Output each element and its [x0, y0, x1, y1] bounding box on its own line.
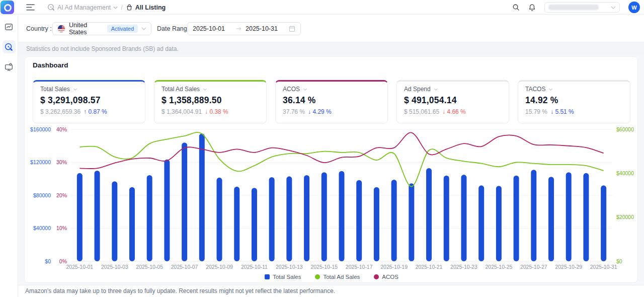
- date-end-input[interactable]: 2025-10-31: [246, 25, 285, 32]
- calendar-icon: [289, 25, 295, 32]
- legend-item-total-ad-sales[interactable]: Total Ad Sales: [315, 274, 360, 280]
- metric-select[interactable]: Ad Spend: [404, 86, 502, 93]
- chart-legend: Total Sales Total Ad Sales ACOS: [25, 274, 638, 280]
- legend-label: Total Ad Sales: [323, 274, 360, 280]
- svg-text:2025-10-15: 2025-10-15: [310, 264, 338, 270]
- stat-prev-value: $ 1,364,004.91: [162, 108, 202, 115]
- analytics-chart-icon: [5, 23, 13, 31]
- svg-text:0%: 0%: [59, 258, 67, 264]
- svg-text:$80000: $80000: [33, 192, 51, 198]
- svg-text:$0: $0: [616, 258, 622, 264]
- svg-text:20%: 20%: [56, 192, 67, 198]
- filter-bar: Country : United States Activated Date R…: [18, 15, 644, 42]
- svg-text:2025-10-09: 2025-10-09: [206, 264, 233, 270]
- legend-marker: [315, 274, 320, 279]
- bag-icon: [126, 4, 133, 11]
- sidebar-item-ai-ad-management[interactable]: [3, 40, 16, 53]
- svg-text:$160000: $160000: [30, 126, 51, 132]
- legend-item-acos[interactable]: ACOS: [374, 274, 398, 280]
- breadcrumb-app[interactable]: AI Ad Management: [47, 4, 118, 11]
- ad-target-icon: [47, 4, 55, 11]
- country-select[interactable]: United States Activated: [52, 22, 151, 35]
- svg-text:2025-10-27: 2025-10-27: [520, 264, 547, 270]
- svg-text:2025-10-07: 2025-10-07: [171, 264, 198, 270]
- sidebar-item-settings[interactable]: [3, 60, 16, 73]
- chevron-down-icon: [203, 88, 207, 91]
- svg-text:2025-10-25: 2025-10-25: [486, 264, 513, 270]
- us-flag-icon: [57, 25, 65, 33]
- sb-data-notice: Statistics do not include Sponsored Bran…: [18, 42, 644, 56]
- svg-text:10%: 10%: [56, 225, 67, 231]
- svg-text:2025-10-23: 2025-10-23: [450, 264, 477, 270]
- svg-text:$120000: $120000: [30, 159, 51, 165]
- chevron-down-icon: [113, 6, 118, 9]
- svg-text:2025-10-03: 2025-10-03: [101, 264, 128, 270]
- dashboard-panel: Dashboard Total Sales $ 3,291,098.57 $ 3…: [24, 56, 638, 283]
- left-sidebar: [0, 15, 18, 297]
- chevron-down-icon: [548, 88, 553, 91]
- stat-title-label: ACOS: [283, 86, 300, 93]
- legend-marker: [265, 274, 270, 279]
- activated-badge: Activated: [107, 25, 138, 33]
- ad-target-icon: [5, 43, 13, 51]
- date-start-input[interactable]: 2025-10-01: [193, 25, 232, 32]
- stat-delta: ↑ 0.87 %: [84, 108, 107, 115]
- stat-comparison: $ 515,061.65↓ 4.66 %: [404, 108, 502, 115]
- sidebar-collapse-icon[interactable]: [26, 4, 35, 11]
- stat-prev-value: 37.76 %: [283, 108, 305, 115]
- svg-text:2025-10-21: 2025-10-21: [416, 264, 443, 270]
- stat-card-total-sales: Total Sales $ 3,291,098.57 $ 3,262,659.3…: [33, 80, 145, 123]
- stat-prev-value: $ 515,061.65: [404, 108, 439, 115]
- stat-comparison: $ 3,262,659.36↑ 0.87 %: [40, 108, 138, 115]
- stat-comparison: 15.79 %↓ 5.51 %: [525, 108, 623, 115]
- metric-select[interactable]: Total Ad Sales: [162, 86, 259, 93]
- page-title: Dashboard: [33, 61, 68, 69]
- chevron-down-icon: [434, 88, 438, 91]
- stat-value: 14.92 %: [525, 95, 623, 106]
- header-actions: W: [512, 0, 640, 15]
- legend-marker: [374, 274, 379, 279]
- svg-text:$0: $0: [45, 258, 51, 264]
- svg-text:$40000: $40000: [616, 170, 634, 176]
- svg-text:2025-10-17: 2025-10-17: [346, 264, 373, 270]
- breadcrumb-page-label: All Listing: [135, 4, 166, 11]
- stat-card-total-ad-sales: Total Ad Sales $ 1,358,889.50 $ 1,364,00…: [154, 80, 267, 123]
- chevron-down-icon: [73, 88, 77, 91]
- stat-title-label: TACOS: [525, 86, 545, 93]
- breadcrumb-page[interactable]: All Listing: [126, 4, 166, 11]
- date-range-picker[interactable]: 2025-10-01 2025-10-31: [187, 22, 301, 35]
- sidebar-item-analytics[interactable]: [3, 20, 16, 33]
- stat-card-ad-spend: Ad Spend $ 491,054.14 $ 515,061.65↓ 4.66…: [396, 80, 509, 123]
- notification-bell-icon[interactable]: [528, 4, 536, 12]
- svg-text:$60000: $60000: [616, 126, 634, 132]
- stat-comparison: 37.76 %↓ 4.29 %: [283, 108, 380, 115]
- stat-delta: ↓ 4.66 %: [442, 108, 466, 115]
- app-logo[interactable]: [1, 1, 14, 14]
- main-content: Country : United States Activated Date R…: [18, 15, 644, 297]
- stat-title-label: Total Sales: [40, 86, 70, 93]
- search-icon[interactable]: [512, 4, 520, 11]
- stat-delta: ↓ 4.29 %: [308, 108, 332, 115]
- legend-label: Total Sales: [273, 274, 301, 280]
- redacted-text: [548, 5, 599, 10]
- metric-select[interactable]: Total Sales: [40, 86, 138, 93]
- country-label: Country :: [26, 15, 52, 42]
- workspace-select[interactable]: [544, 2, 620, 13]
- svg-text:$40000: $40000: [33, 225, 51, 231]
- stat-value: 36.14 %: [283, 95, 380, 106]
- chart-canvas: $00%$4000010%$8000020%$12000030%$1600004…: [25, 124, 638, 271]
- stat-value: $ 491,054.14: [404, 95, 502, 106]
- svg-text:2025-10-01: 2025-10-01: [66, 264, 93, 270]
- top-header: AI Ad Management / All Listing W: [0, 0, 644, 15]
- metric-select[interactable]: ACOS: [283, 86, 380, 93]
- stat-value: $ 1,358,889.50: [162, 95, 259, 106]
- user-avatar[interactable]: W: [628, 2, 640, 13]
- combo-chart: $00%$4000010%$8000020%$12000030%$1600004…: [25, 124, 638, 271]
- svg-text:2025-10-11: 2025-10-11: [241, 264, 268, 270]
- stat-title-label: Total Ad Sales: [162, 86, 200, 93]
- legend-item-total-sales[interactable]: Total Sales: [265, 274, 301, 280]
- stat-delta: ↓ 0.38 %: [205, 108, 228, 115]
- metric-select[interactable]: TACOS: [525, 86, 623, 93]
- stat-card-acos: ACOS 36.14 % 37.76 %↓ 4.29 %: [275, 80, 388, 123]
- country-value: United States: [69, 22, 104, 36]
